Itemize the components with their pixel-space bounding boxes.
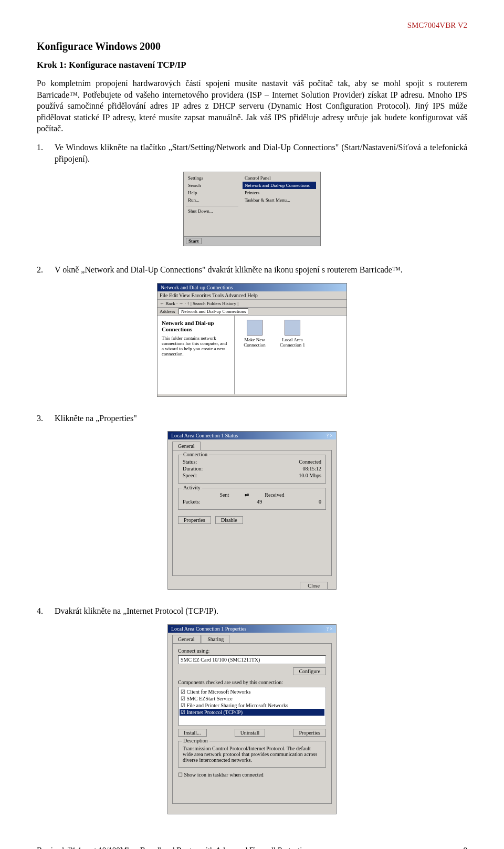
duration-label: Duration: bbox=[183, 466, 203, 471]
component-item-selected: ☑ Internet Protocol (TCP/IP) bbox=[180, 709, 324, 716]
step-3: 3. Klikněte na „Properties" bbox=[37, 413, 467, 424]
screenshot-start-menu: Settings Search Help Run... Shut Down...… bbox=[183, 172, 321, 246]
step-3-num: 3. bbox=[37, 413, 55, 424]
component-item: ☑ SMC EZStart Service bbox=[180, 695, 324, 702]
address-label: Address bbox=[160, 309, 175, 314]
components-label: Components checked are used by this conn… bbox=[178, 679, 326, 685]
properties-button: Properties bbox=[178, 516, 211, 524]
startmenu-item: Help bbox=[186, 189, 238, 196]
duration-value: 08:15:12 bbox=[302, 466, 321, 471]
startmenu-subitem: Control Panel bbox=[243, 174, 316, 182]
step-1-num: 1. bbox=[37, 142, 55, 164]
step-2: 2. V okně „Network and Dial-Up Connectio… bbox=[37, 264, 467, 276]
install-button: Install... bbox=[178, 729, 207, 737]
speed-value: 10.0 Mbps bbox=[299, 473, 321, 478]
dialog-window-icons: ? × bbox=[326, 433, 333, 438]
screenshot-lac-status: Local Area Connection 1 Status ? × Gener… bbox=[167, 431, 337, 590]
connect-using-label: Connect using: bbox=[178, 648, 326, 654]
window-menubar: File Edit View Favorites Tools Advanced … bbox=[158, 291, 346, 300]
start-button: Start bbox=[186, 238, 202, 244]
step-3-text: Klikněte na „Properties" bbox=[55, 413, 467, 424]
pane-heading: Network and Dial-up Connections bbox=[162, 320, 230, 332]
dialog-window-icons: ? × bbox=[326, 626, 333, 632]
group-connection: Connection bbox=[182, 452, 209, 457]
component-item: ☑ Client for Microsoft Networks bbox=[180, 688, 324, 695]
heading-step: Krok 1: Konfigurace nastavení TCP/IP bbox=[37, 60, 467, 70]
startmenu-subitem: Taskbar & Start Menu... bbox=[243, 196, 316, 204]
intro-paragraph: Po kompletním propojení hardwarových čás… bbox=[37, 78, 467, 134]
pane-text: This folder contains network connections… bbox=[162, 336, 230, 357]
startmenu-item: Settings bbox=[186, 174, 238, 182]
screenshot-network-connections: Network and Dial-up Connections File Edi… bbox=[157, 283, 347, 397]
startmenu-item: Search bbox=[186, 182, 238, 189]
window-titlebar: Network and Dial-up Connections bbox=[158, 284, 346, 291]
tab-general: General bbox=[172, 635, 201, 643]
activity-icon: ⇄ bbox=[245, 492, 249, 498]
status-label: Status: bbox=[183, 459, 197, 465]
footer-text: Barricade™ 4-port 10/100Mbps Broadband R… bbox=[37, 846, 310, 849]
group-activity: Activity bbox=[182, 485, 202, 490]
packets-label: Packets: bbox=[183, 499, 200, 505]
dialog-title: Local Area Connection 1 Status bbox=[171, 433, 238, 438]
packets-received: 0 bbox=[319, 499, 321, 505]
component-item: ☑ File and Printer Sharing for Microsoft… bbox=[180, 702, 324, 709]
configure-button: Configure bbox=[293, 667, 326, 675]
startmenu-item: Run... bbox=[186, 196, 238, 204]
step-2-text: V okně „Network and Dial-Up Connections"… bbox=[55, 264, 467, 276]
step-4: 4. Dvakrát klikněte na „Internet Protoco… bbox=[37, 605, 467, 617]
tab-general: General bbox=[172, 442, 201, 450]
heading-main: Konfigurace Windows 2000 bbox=[37, 40, 467, 53]
doc-header-model: SMC7004VBR V2 bbox=[37, 21, 467, 30]
speed-label: Speed: bbox=[183, 473, 197, 478]
step-1: 1. Ve Windows klikněte na tlačítko „Star… bbox=[37, 142, 467, 164]
icon-local-area-connection: Local Area Connection 1 bbox=[277, 320, 308, 390]
group-description: Description bbox=[182, 738, 209, 743]
step-2-num: 2. bbox=[37, 264, 55, 276]
description-text: Transmission Control Protocol/Internet P… bbox=[183, 746, 321, 763]
dialog-title: Local Area Connection 1 Properties bbox=[171, 626, 246, 632]
packets-sent: 49 bbox=[257, 499, 262, 505]
sent-label: Sent bbox=[220, 492, 229, 498]
status-value: Connected bbox=[299, 459, 321, 465]
startmenu-subitem: Printers bbox=[243, 189, 316, 196]
icon-make-new-connection: Make New Connection bbox=[239, 320, 270, 390]
address-value: Network and Dial-up Connections bbox=[178, 308, 249, 315]
received-label: Received bbox=[265, 492, 284, 498]
startmenu-subitem-highlighted: Network and Dial-up Connections bbox=[243, 182, 316, 189]
tab-sharing: Sharing bbox=[202, 635, 229, 643]
page-footer: Barricade™ 4-port 10/100Mbps Broadband R… bbox=[37, 846, 467, 849]
window-toolbar: ← Back · → · ↑ | Search Folders History … bbox=[158, 300, 346, 308]
close-button: Close bbox=[300, 582, 328, 590]
properties-button: Properties bbox=[293, 729, 326, 737]
components-list: ☑ Client for Microsoft Networks ☑ SMC EZ… bbox=[178, 687, 326, 726]
disable-button: Disable bbox=[215, 516, 243, 524]
step-4-text: Dvakrát klikněte na „Internet Protocol (… bbox=[55, 605, 467, 617]
startmenu-item: Shut Down... bbox=[186, 206, 238, 215]
adapter-field: SMC EZ Card 10/100 (SMC1211TX) bbox=[178, 655, 326, 664]
step-1-text: Ve Windows klikněte na tlačítko „Start/S… bbox=[55, 142, 467, 164]
show-taskbar-checkbox: ☐ Show icon in taskbar when connected bbox=[178, 772, 326, 778]
uninstall-button: Uninstall bbox=[235, 729, 266, 737]
screenshot-lac-properties: Local Area Connection 1 Properties ? × G… bbox=[167, 624, 337, 814]
window-addressbar: Address Network and Dial-up Connections bbox=[158, 308, 346, 316]
footer-page-number: 8 bbox=[464, 846, 468, 849]
step-4-num: 4. bbox=[37, 605, 55, 617]
